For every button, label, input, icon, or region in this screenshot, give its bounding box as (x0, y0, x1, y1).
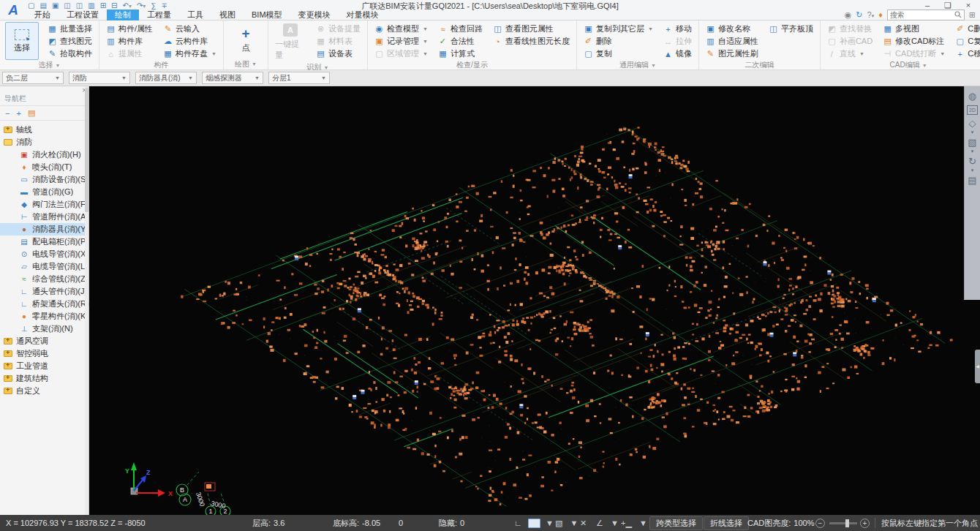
ortho-icon[interactable]: ∟ (512, 515, 524, 531)
material-table-button[interactable]: ▦材料表 (314, 35, 362, 48)
tree-item-support[interactable]: ⊥支架(消)(N) (0, 323, 88, 335)
search-input[interactable] (890, 11, 954, 19)
property-brush-button[interactable]: ✎图元属性刷 (704, 48, 760, 60)
adaptive-property-button[interactable]: ▥自适应属性 (704, 35, 760, 48)
tab-change-module[interactable]: 变更模块 (290, 10, 339, 20)
collapse-all-icon[interactable]: − (5, 109, 10, 118)
stretch-button[interactable]: ↔拉伸 (662, 35, 693, 48)
tab-view[interactable]: 视图 (211, 10, 244, 20)
device-table-button[interactable]: ▤设备表 (314, 48, 362, 60)
sidebar-scrollbar[interactable] (85, 86, 88, 515)
copy-to-other-layer-button[interactable]: ▣复制到其它层▼ (582, 23, 655, 35)
tree-item-tray-elbow[interactable]: ∟桥架通头(消)(R) (0, 298, 88, 310)
2d-view-icon[interactable]: 2D (967, 105, 978, 115)
tree-folder-axis[interactable]: 轴线 (0, 124, 88, 136)
patch-cad-button[interactable]: ▢补画CAD (826, 35, 874, 48)
tree-item-pipe[interactable]: ▬管道(消)(G) (0, 186, 88, 198)
tree-item-sprinkler[interactable]: ♦喷头(消)(T) (0, 161, 88, 173)
component-dropdown[interactable]: 烟感探测器▼ (202, 72, 263, 84)
rename-button[interactable]: ▣修改名称 (704, 23, 760, 35)
user-icon[interactable]: ◉ (845, 10, 852, 20)
tab-start[interactable]: 开始 (26, 10, 59, 20)
cad-line-break-button[interactable]: ⊣CAD线打断▼ (881, 48, 946, 60)
specialty-dropdown[interactable]: 消防▼ (69, 72, 130, 84)
batch-select-button[interactable]: ▦批量选择 (46, 23, 94, 35)
tree-folder-low-voltage[interactable]: 智控弱电 (0, 347, 88, 360)
component-type-dropdown[interactable]: 消防器具(消)▼ (135, 72, 197, 84)
tree-item-cable-conduit[interactable]: ▱电缆导管(消)(L) (0, 260, 88, 273)
component-save-button[interactable]: ▦构件存盘▼ (162, 48, 218, 60)
view-linear-length-button[interactable]: ◔查看线性图元长度 (491, 35, 571, 48)
floor-dropdown[interactable]: 负二层▼ (2, 72, 64, 84)
view-element-property-button[interactable]: ◫查看图元属性 (491, 23, 571, 35)
tab-tools[interactable]: 工具 (179, 10, 211, 20)
edit-cad-annotation-button[interactable]: ▤修改CAD标注 (881, 35, 946, 48)
component-list-icon[interactable]: ▤ (28, 108, 35, 118)
tree-folder-custom[interactable]: 自定义 (0, 385, 88, 397)
expand-all-icon[interactable]: + (16, 109, 20, 118)
formula-button[interactable]: ▦计算式 (437, 48, 484, 60)
c-delete-button[interactable]: ✐C删除 (954, 23, 980, 35)
table-view-icon[interactable]: ▤ (966, 174, 979, 187)
brightness-minus-button[interactable]: − (815, 515, 825, 531)
redo-icon[interactable]: ↷▾ (137, 1, 146, 10)
legality-button[interactable]: ✓合法性 (437, 35, 484, 48)
cad-drawing[interactable]: Y Z XBA1230003000 (89, 86, 980, 515)
search-icon[interactable] (954, 11, 962, 18)
region-manage-button[interactable]: ▢区域管理▼ (373, 48, 429, 60)
tree-folder-fire[interactable]: 消防 (0, 136, 88, 148)
open-file-icon[interactable]: ▤ (39, 1, 46, 10)
brightness-slider[interactable] (829, 515, 857, 531)
copy-button[interactable]: ▢复制 (582, 48, 655, 60)
more-icon[interactable]: ∓ (161, 1, 167, 10)
tree-item-hydrant[interactable]: ▣消火栓(消)(H) (0, 148, 88, 161)
export-icon[interactable]: ▥ (88, 1, 94, 10)
move-button[interactable]: +移动 (662, 23, 693, 35)
sync-icon[interactable]: ↻ (856, 10, 862, 20)
external-window-icon[interactable]: ⊞ (969, 10, 976, 20)
iso-view-caret[interactable]: ▼ (970, 131, 975, 135)
tree-item-fire-device[interactable]: ●消防器具(消)(Y) (0, 223, 88, 236)
tree-folder-structure[interactable]: 建筑结构 (0, 372, 88, 385)
tree-item-elbow-fitting[interactable]: ∟通头管件(消)(J) (0, 285, 88, 298)
group-label-general-edit[interactable]: 通用编辑▼ (582, 60, 693, 70)
tab-quantities[interactable]: 工程量 (139, 10, 179, 20)
multiview-button[interactable]: ▦多视图 (881, 23, 946, 35)
check-model-button[interactable]: ◉检查模型▼ (373, 23, 429, 35)
component-property-button[interactable]: ▤构件/属性 (105, 23, 154, 35)
cloud-library-button[interactable]: ☁云构件库 (162, 35, 218, 48)
tree-item-valve-flange[interactable]: ◆阀门法兰(消)(F) (0, 198, 88, 211)
app-logo[interactable]: A (4, 1, 23, 19)
find-replace-button[interactable]: ◩查找替换 (826, 23, 874, 35)
panel-collapse-handle[interactable]: ◀ (975, 350, 980, 383)
import-model-icon[interactable]: ◫ (64, 1, 70, 10)
brightness-plus-button[interactable]: + (860, 515, 870, 531)
mirror-button[interactable]: ▲镜像 (662, 48, 693, 60)
tree-item-integrated-line[interactable]: ≈综合管线(消)(Z) (0, 273, 88, 285)
layer-dropdown[interactable]: 分层1▼ (268, 72, 330, 84)
select-button[interactable]: 选择 (5, 22, 39, 60)
polyline-select-button[interactable]: 折线选择 (704, 515, 749, 531)
store-icon[interactable]: ♦ (878, 10, 883, 19)
record-manage-button[interactable]: ▣记录管理▼ (373, 35, 429, 48)
iso-view-icon[interactable]: ◇ (966, 117, 979, 130)
window-icon[interactable]: ⊞ (100, 1, 106, 10)
new-file-icon[interactable]: ▢ (28, 1, 34, 10)
point-button[interactable]: + 点 (229, 22, 263, 59)
help-icon[interactable]: ?▾ (867, 10, 875, 19)
flush-slab-top-button[interactable]: ◫平齐板顶 (767, 23, 815, 35)
c-copy-button[interactable]: ▢C复制 (954, 35, 980, 48)
device-extract-button[interactable]: ⊗设备提量 (314, 23, 362, 35)
point-snap-icon[interactable]: +▁▼ (619, 515, 649, 531)
pick-component-button[interactable]: ✎拾取构件 (46, 48, 94, 60)
tree-item-wire-conduit[interactable]: ⊙电线导管(消)(X) (0, 248, 88, 260)
cross-snap-icon[interactable]: ✕ (578, 515, 589, 531)
tab-project-settings[interactable]: 工程设置 (59, 10, 107, 20)
selection-mode-icon[interactable]: ▼ (528, 515, 556, 531)
tab-draw[interactable]: 绘制 (107, 10, 139, 20)
check-circuit-button[interactable]: ≈检查回路 (437, 23, 484, 35)
cube-view-icon[interactable]: ▧ (966, 136, 979, 149)
find-element-button[interactable]: ◩查找图元 (46, 35, 94, 48)
import-model2-icon[interactable]: ◫ (76, 1, 83, 10)
line-button[interactable]: /直线▼ (826, 48, 874, 60)
